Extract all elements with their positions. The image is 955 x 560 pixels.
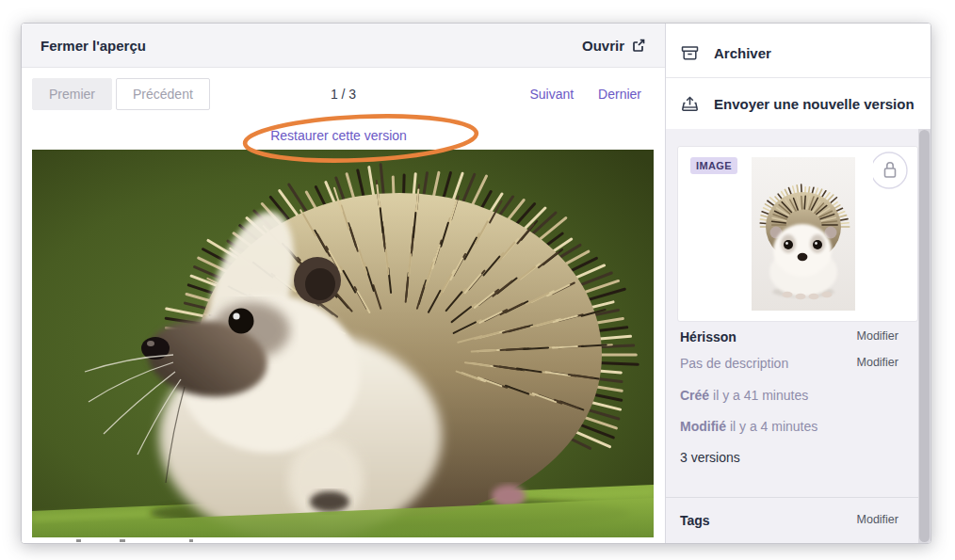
upload-new-version-button[interactable]: Envoyer une nouvelle version <box>666 78 931 129</box>
preview-main-pane: Fermer l'aperçu Ouvrir Premier Précédent… <box>22 24 665 543</box>
asset-thumbnail <box>752 157 855 311</box>
created-value: il y a 41 minutes <box>713 388 808 403</box>
archive-icon <box>680 43 700 63</box>
asset-card: IMAGE <box>677 146 918 322</box>
restore-version-link[interactable]: Restaurer cette version <box>270 128 407 143</box>
first-version-button[interactable]: Premier <box>32 78 112 110</box>
upload-new-version-label: Envoyer une nouvelle version <box>714 96 915 112</box>
modified-label: Modifié <box>680 419 726 434</box>
last-version-link[interactable]: Dernier <box>598 87 641 102</box>
asset-properties-panel: IMAGE <box>666 129 931 543</box>
next-version-link[interactable]: Suivant <box>529 87 574 102</box>
restore-row: Restaurer cette version <box>22 120 665 151</box>
external-link-icon <box>631 38 646 53</box>
version-nav-row: Premier Précédent 1 / 3 Suivant Dernier <box>22 68 665 120</box>
asset-title: Hérisson <box>680 329 736 344</box>
versions-count: 3 versions <box>680 450 740 465</box>
created-label: Créé <box>680 388 709 403</box>
title-row: Hérisson Modifier <box>680 329 898 344</box>
preview-image <box>32 150 654 537</box>
open-asset-label: Ouvrir <box>582 38 624 54</box>
modified-row: Modifié il y a 4 minutes <box>680 419 898 434</box>
asset-type-badge: IMAGE <box>690 157 737 174</box>
tags-row: Tags Modifier <box>680 513 898 528</box>
archive-button[interactable]: Archiver <box>666 24 931 78</box>
preview-topbar: Fermer l'aperçu Ouvrir <box>22 24 665 68</box>
description-row: Pas de description Modifier <box>680 356 898 371</box>
scrollbar-thumb[interactable] <box>919 130 930 542</box>
open-asset-link[interactable]: Ouvrir <box>582 38 646 54</box>
asset-description: Pas de description <box>680 356 788 371</box>
lock-icon <box>873 152 913 191</box>
tags-label: Tags <box>680 513 710 528</box>
clipped-caption-fragment <box>76 539 236 542</box>
edit-tags-link[interactable]: Modifier <box>857 513 898 526</box>
upload-icon <box>680 94 700 114</box>
created-row: Créé il y a 41 minutes <box>680 388 898 403</box>
modified-value: il y a 4 minutes <box>730 419 817 434</box>
divider <box>666 497 918 498</box>
asset-preview-window: Fermer l'aperçu Ouvrir Premier Précédent… <box>21 23 931 544</box>
edit-description-link[interactable]: Modifier <box>857 356 898 369</box>
previous-version-button[interactable]: Précédent <box>116 78 210 110</box>
archive-label: Archiver <box>714 45 771 61</box>
sidebar-scrollbar[interactable] <box>918 129 931 543</box>
versions-row: 3 versions <box>680 450 898 465</box>
close-preview-button[interactable]: Fermer l'aperçu <box>40 38 146 54</box>
asset-sidebar: Archiver Envoyer une nouvelle version IM… <box>665 24 931 543</box>
edit-title-link[interactable]: Modifier <box>857 329 898 343</box>
